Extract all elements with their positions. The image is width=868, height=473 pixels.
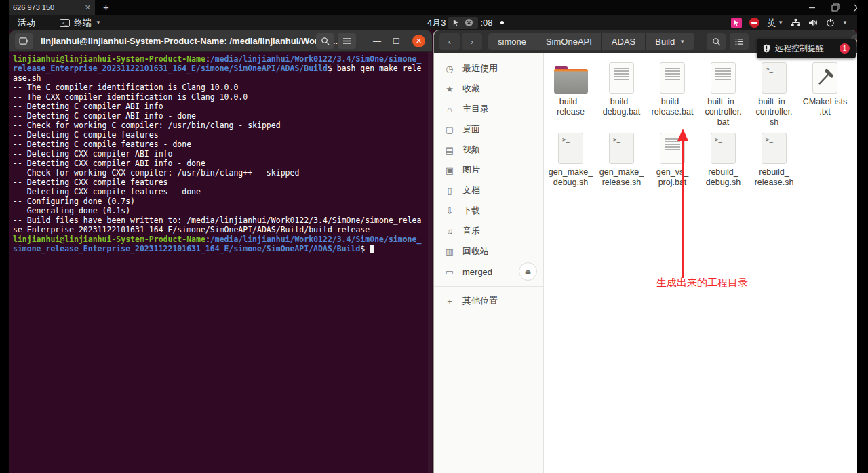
- folder-icon: [554, 60, 588, 94]
- terminal-line: -- Generating done (0.1s): [13, 206, 432, 215]
- terminal-text-segment: -- Detecting CXX compiler ABI info: [13, 149, 172, 159]
- terminal-line: -- Detecting CXX compile features - done: [13, 187, 432, 197]
- client-tab[interactable]: 626 973 150 ✕: [0, 0, 95, 15]
- back-button[interactable]: ‹: [439, 33, 460, 50]
- volume-icon[interactable]: [808, 18, 818, 27]
- terminal-line: linjianhui@linjianhui-System-Product-Nam…: [13, 54, 432, 64]
- new-tab-button[interactable]: +: [103, 0, 109, 15]
- tab-close-icon[interactable]: ✕: [85, 3, 91, 12]
- sidebar-item-documents[interactable]: ▯文档: [434, 180, 543, 201]
- file-item[interactable]: built_in_controller.bat: [698, 57, 749, 127]
- terminal-scrollbar[interactable]: [428, 52, 432, 473]
- terminal-line: ase.sh: [13, 73, 432, 83]
- documents-icon: ▯: [444, 186, 455, 196]
- file-item[interactable]: rebuild_debug.sh: [698, 127, 749, 188]
- file-name: gen_make_debug.sh: [549, 167, 593, 188]
- sidebar-item-other-locations[interactable]: +其他位置: [434, 291, 543, 311]
- clock-icon: ◷: [444, 64, 455, 74]
- remote-control-reminder-popup[interactable]: 远程控制提醒 1: [757, 39, 856, 58]
- breadcrumb-segment-simone[interactable]: simone: [488, 33, 536, 50]
- clock-button[interactable]: 4月3 :08: [427, 17, 504, 29]
- terminal-text-segment: /media/linjianhui/Work0122/3.4/SimOne/si…: [210, 54, 422, 64]
- restore-icon: [831, 3, 840, 12]
- terminal-maximize-button[interactable]: ☐: [393, 30, 400, 52]
- remote-overlay-pill[interactable]: [448, 17, 478, 29]
- list-view-toggle[interactable]: [730, 33, 749, 50]
- terminal-titlebar[interactable]: linjianhui@linjianhui-System-Product-Nam…: [9, 30, 432, 52]
- breadcrumb-segment-simoneapi[interactable]: SimOneAPI: [536, 33, 602, 50]
- breadcrumb-segment-build[interactable]: Build▼: [646, 33, 694, 50]
- files-content-area[interactable]: build_releasebuild_debug.batbuild_releas…: [544, 53, 857, 473]
- file-item[interactable]: build_release: [545, 57, 596, 127]
- sidebar-item-pictures[interactable]: ▣图片: [434, 160, 543, 180]
- terminal-line: -- Configuring done (0.7s): [13, 197, 432, 206]
- terminal-new-tab-button[interactable]: [15, 33, 33, 49]
- sidebar-item-music[interactable]: ♫音乐: [434, 221, 543, 241]
- sidebar-item-label: 最近使用: [462, 62, 498, 75]
- file-name: rebuild_release.sh: [755, 167, 794, 188]
- terminal-text-segment: -- Detecting C compile features: [13, 130, 159, 140]
- sidebar-item-videos[interactable]: ▤视频: [434, 140, 543, 160]
- files-headerbar[interactable]: ‹ › simoneSimOneAPIADASBuild▼ — ≡ ☐ ✕ 远程…: [434, 30, 857, 53]
- file-item[interactable]: build_release.bat: [647, 57, 698, 127]
- terminal-text-segment: :: [205, 54, 210, 64]
- file-item[interactable]: build_debug.bat: [596, 57, 647, 127]
- file-name: built_in_controller.sh: [755, 97, 792, 127]
- forward-button[interactable]: ›: [462, 33, 482, 50]
- sidebar-item-home[interactable]: ⌂主目录: [434, 99, 543, 119]
- sidebar-item-downloads[interactable]: ⇩下载: [434, 201, 543, 221]
- remote-control-tray-icon[interactable]: [731, 18, 742, 28]
- sidebar-item-label: 音乐: [462, 225, 480, 237]
- sidebar-item-label: 视频: [462, 144, 480, 156]
- sidebar-item-star[interactable]: ★收藏: [434, 79, 543, 99]
- terminal-text-segment: -- Check for working CXX compiler: /usr/…: [13, 168, 299, 178]
- files-search-button[interactable]: [707, 33, 726, 50]
- file-item[interactable]: CMakeLists.txt: [800, 57, 850, 127]
- terminal-menu-button[interactable]: [338, 33, 356, 49]
- sidebar-item-label: 桌面: [462, 123, 480, 136]
- sidebar-item-trash[interactable]: ▥回收站: [434, 241, 543, 262]
- activities-button[interactable]: 活动: [18, 17, 35, 29]
- file-item[interactable]: built_in_controller.sh: [749, 57, 800, 127]
- terminal-line: -- Detecting CXX compiler ABI info: [13, 149, 432, 159]
- sidebar-item-drive[interactable]: ▭merged⏏: [434, 262, 543, 282]
- client-restore-button[interactable]: [831, 0, 840, 15]
- terminal-line: -- Detecting CXX compiler ABI info - don…: [13, 159, 432, 168]
- system-tray[interactable]: 英 ▼ ▼: [731, 15, 848, 30]
- script-icon: [609, 130, 634, 164]
- client-minimize-button[interactable]: [808, 0, 816, 15]
- terminal-minimize-button[interactable]: —: [373, 30, 381, 52]
- terminal-text-segment: /media/linjianhui/Work0122/3.4/SimOne/si…: [210, 234, 422, 244]
- terminal-text-segment: :: [205, 234, 210, 244]
- close-circle-icon[interactable]: [465, 18, 473, 27]
- terminal-output[interactable]: linjianhui@linjianhui-System-Product-Nam…: [9, 52, 432, 473]
- eject-button[interactable]: ⏏: [519, 262, 537, 281]
- sidebar-item-desktop[interactable]: ▢桌面: [434, 119, 543, 140]
- file-item[interactable]: rebuild_release.sh: [749, 127, 800, 188]
- terminal-text-segment: -- Detecting C compile features - done: [13, 140, 191, 149]
- terminal-line: -- The C compiler identification is Clan…: [13, 83, 432, 92]
- do-not-disturb-icon[interactable]: [749, 18, 760, 28]
- terminal-search-button[interactable]: [316, 33, 334, 49]
- home-icon: ⌂: [444, 104, 455, 115]
- sidebar-item-label: 图片: [462, 164, 480, 176]
- script-icon: [558, 130, 583, 164]
- file-item[interactable]: gen_vs_proj.bat: [647, 127, 698, 188]
- focused-app-menu[interactable]: >_ 终端 ▼: [60, 17, 101, 29]
- downloads-icon: ⇩: [444, 206, 455, 216]
- sidebar-item-clock[interactable]: ◷最近使用: [434, 58, 543, 79]
- chevron-down-icon[interactable]: ▼: [842, 20, 848, 26]
- power-icon[interactable]: [826, 18, 835, 27]
- file-name: rebuild_debug.sh: [706, 167, 741, 188]
- breadcrumb-segment-adas[interactable]: ADAS: [602, 33, 646, 50]
- network-icon[interactable]: [791, 18, 801, 27]
- file-item[interactable]: gen_make_release.sh: [596, 127, 647, 188]
- terminal-text-segment: -- Generating done (0.1s): [13, 206, 130, 215]
- terminal-close-button[interactable]: ✕: [412, 35, 425, 47]
- terminal-text-segment: -- Build files have been written to: /me…: [13, 215, 421, 225]
- file-name: CMakeLists.txt: [803, 97, 847, 117]
- remote-cursor-icon: [452, 19, 460, 26]
- input-method-indicator[interactable]: 英 ▼: [767, 17, 783, 29]
- file-item[interactable]: gen_make_debug.sh: [545, 127, 596, 188]
- terminal-line: -- Detecting C compiler ABI info: [13, 102, 432, 111]
